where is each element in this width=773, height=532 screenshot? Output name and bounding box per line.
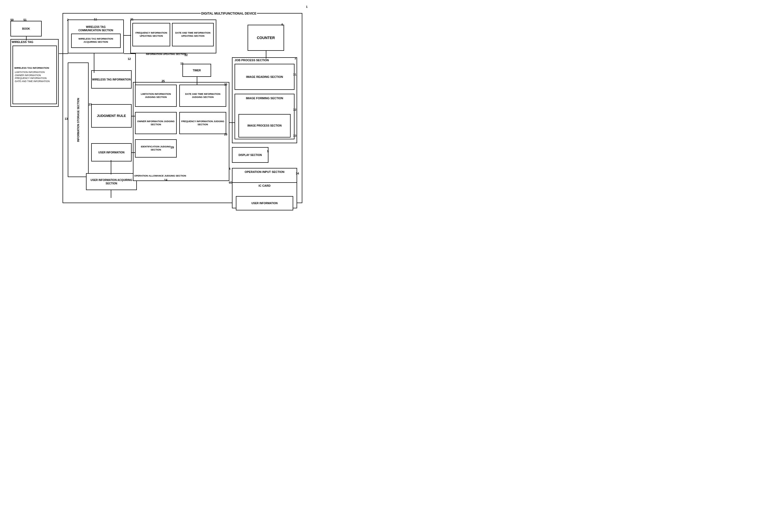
datetime-updating-box: DATE AND TIME INFORMATION UPDATING SECTI… — [172, 23, 214, 46]
timer-label: TIMER — [192, 69, 201, 72]
image-reading-box: IMAGE READING SECTION — [235, 64, 295, 90]
wt-acquiring-box: WIRELESS TAG INFORMATION ACQUIRING SECTI… — [71, 34, 121, 48]
ref-27: 27 — [89, 103, 92, 106]
ref-11: 11 — [94, 18, 97, 21]
ref-5: 5 — [267, 150, 269, 153]
owner-judging-label: OWNER INFORMATION JUDGING SECTION — [135, 120, 176, 126]
judgment-rule-db: JUDGMENT RULE — [91, 104, 131, 128]
ref-60: 60 — [229, 181, 232, 184]
ref-32: 32 — [293, 108, 296, 111]
ic-user-info-label: USER INFORMATION — [252, 202, 278, 205]
arrow-iu-wtc — [124, 35, 131, 36]
ref-22: 22 — [184, 53, 187, 57]
ref-51: 51 — [23, 18, 27, 21]
arrow-wtc-oa — [124, 53, 135, 54]
arrow-uia-uid — [111, 160, 111, 174]
image-process-box: IMAGE PROCESS SECTION — [239, 114, 291, 137]
info-updating-label: INFORMATION UPDATING SECTION — [146, 53, 186, 55]
freq-updating-label: FREQUENCY INFORMATION UPDATING SECTION — [133, 32, 170, 37]
ref-31: 31 — [293, 73, 296, 76]
info-storage-label: INFORMATION STORAGE SECTION — [77, 98, 80, 142]
job-process-label: JOB PROCESS SECTION — [235, 59, 269, 62]
freq-updating-box: FREQUENCY INFORMATION UPDATING SECTION — [132, 23, 170, 46]
wireless-tag-title: WIRELESS TAG — [12, 40, 33, 43]
ref-29: 29 — [171, 146, 174, 149]
identification-judging-label: IDENTIFICATION JUDGING SECTION — [135, 145, 176, 151]
timer-box: TIMER — [182, 64, 211, 77]
display-section-box: DISPLAY SECTION — [232, 147, 269, 163]
wt-acquiring-label: WIRELESS TAG INFORMATION ACQUIRING SECTI… — [72, 37, 120, 43]
datetime-judging: DATE AND TIME INFORMATION JUDGING SECTIO… — [179, 85, 226, 107]
op-allowance-label: OPERATION ALLOWANCE JUDGING SECTION — [134, 174, 186, 177]
arrow-ui-oa — [131, 152, 135, 153]
identification-judging: IDENTIFICATION JUDGING SECTION — [135, 139, 177, 158]
ref-26: 26 — [224, 83, 227, 86]
user-info-db-label: USER INFORMATION — [98, 151, 124, 154]
ref-12: 12 — [128, 57, 131, 60]
arrow-oa-jp — [229, 122, 235, 123]
arrow-book-wt — [26, 36, 27, 40]
ref-25: 25 — [161, 79, 165, 83]
counter-label: COUNTER — [257, 35, 275, 40]
ref-1: 1 — [306, 5, 308, 8]
datetime-judging-label: DATE AND TIME INFORMATION JUDGING SECTIO… — [180, 93, 226, 99]
book-box: BOOK — [10, 21, 42, 36]
ref-33: 33 — [293, 134, 296, 137]
ref-50: 50 — [10, 18, 14, 21]
book-label: BOOK — [22, 27, 30, 30]
wt-info-db-label: WIRELESS TAG INFORMATION — [92, 78, 131, 81]
ref-4: 4 — [229, 167, 231, 170]
freq-judging-label: FREQUENCY INFORMATION JUDGING SECTION — [180, 120, 226, 126]
wt-info-title: WIRELESS TAG INFORMATION — [14, 67, 49, 70]
ref-13: 13 — [65, 117, 68, 120]
ref-21: 21 — [130, 18, 133, 21]
image-forming-label: IMAGE FORMING SECTION — [246, 96, 283, 100]
ref-15: 15 — [180, 62, 183, 65]
user-info-acquiring: USER INFORMATION ACQUIRING SECTION — [86, 173, 137, 190]
arrow-timer-down — [197, 77, 197, 85]
ref-3: 3 — [295, 57, 296, 60]
ic-card-outer: IC CARD USER INFORMATION — [232, 182, 297, 208]
wt-datetime: ·DATE AND TIME INFORMATION — [14, 80, 50, 83]
wireless-tag-info: WIRELESS TAG INFORMATION ·LIMITATION INF… — [12, 46, 57, 104]
ic-user-info-box: USER INFORMATION — [236, 196, 293, 210]
diagram: 1 DIGITAL MULTIFUNCTIONAL DEVICE BOOK 50… — [5, 5, 308, 208]
counter-box: COUNTER — [248, 25, 284, 51]
arrow-wt-wtc — [59, 53, 68, 54]
wt-owner: ·OWNER INFORMATION — [14, 74, 41, 77]
ref-6: 6 — [282, 23, 283, 26]
user-info-db: USER INFORMATION — [91, 143, 131, 161]
wt-limitation: ·LIMITATION INFORMATION — [14, 71, 45, 74]
ref-28: 28 — [224, 133, 227, 136]
ref-34: 34 — [296, 172, 299, 175]
arrow-jr-oa — [131, 116, 135, 116]
ref-14: 14 — [164, 178, 167, 181]
freq-judging: FREQUENCY INFORMATION JUDGING SECTION — [179, 112, 226, 134]
judgment-rule-label: JUDGMENT RULE — [97, 114, 126, 118]
wt-info-db: WIRELESS TAG INFORMATION — [91, 70, 131, 89]
arrow-wtc-db — [94, 53, 94, 73]
limitation-judging-label: LIMITATION INFORMATION JUDGING SECTION — [135, 93, 176, 99]
wt-frequency: ·FREQUENCY INFORMATION — [14, 77, 47, 80]
op-input-label: OPERATION INPUT SECTION — [245, 170, 285, 174]
arrow-jp-counter — [266, 51, 266, 59]
datetime-updating-label: DATE AND TIME INFORMATION UPDATING SECTI… — [172, 32, 213, 37]
ic-card-label: IC CARD — [259, 184, 271, 187]
device-title: DIGITAL MULTIFUNCTIONAL DEVICE — [201, 12, 257, 15]
wtc-section: WIRELESS TAGCOMMUNICATION SECTION WIRELE… — [68, 20, 124, 53]
arrow-ic-uia — [111, 190, 111, 198]
display-section-label: DISPLAY SECTION — [239, 153, 262, 157]
limitation-judging: LIMITATION INFORMATION JUDGING SECTION — [135, 85, 177, 107]
arrow-down-oa — [135, 53, 136, 85]
user-info-acquiring-label: USER INFORMATION ACQUIRING SECTION — [86, 178, 136, 185]
image-forming-outer: IMAGE FORMING SECTION IMAGE PROCESS SECT… — [235, 94, 295, 139]
image-process-label: IMAGE PROCESS SECTION — [247, 124, 282, 127]
wtc-label: WIRELESS TAGCOMMUNICATION SECTION — [78, 25, 113, 32]
owner-judging: OWNER INFORMATION JUDGING SECTION — [135, 112, 177, 134]
image-reading-label: IMAGE READING SECTION — [246, 75, 283, 79]
info-storage-box: INFORMATION STORAGE SECTION — [68, 62, 89, 177]
